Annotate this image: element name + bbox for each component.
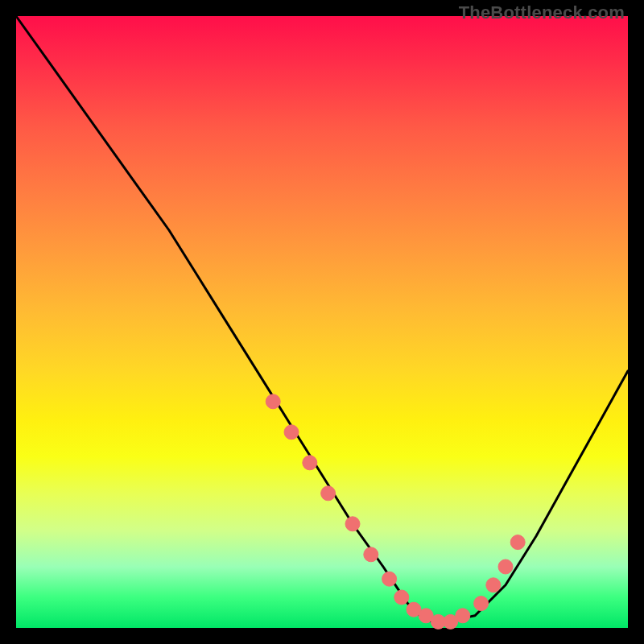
chart-gradient-area (16, 16, 628, 628)
watermark-text: TheBottleneck.com (459, 2, 625, 23)
chart-frame: TheBottleneck.com (0, 0, 644, 644)
